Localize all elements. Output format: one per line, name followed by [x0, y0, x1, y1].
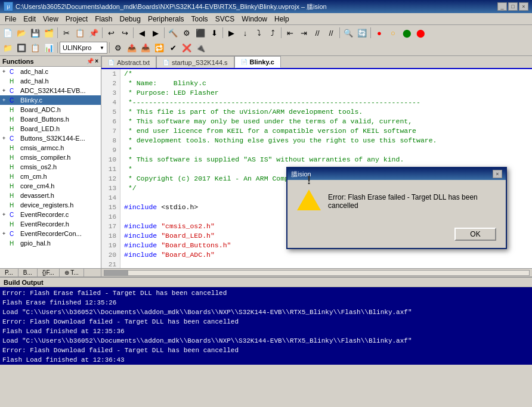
- modal-message: Error: Flash Erase failed - Target DLL h…: [328, 193, 496, 210]
- modal-ok-button[interactable]: OK: [454, 228, 496, 241]
- modal-footer: OK: [287, 223, 506, 248]
- warning-icon: !: [297, 189, 321, 213]
- modal-title-bar: 膃ision ×: [287, 168, 506, 180]
- modal-body: ! Error: Flash Erase failed - Target DLL…: [287, 180, 506, 223]
- modal-close-button[interactable]: ×: [493, 170, 502, 178]
- modal-dialog: 膃ision × ! Error: Flash Erase failed - T…: [286, 167, 507, 249]
- warning-triangle: !: [297, 189, 321, 210]
- warning-exclamation: !: [307, 170, 311, 189]
- modal-overlay: 膃ision × ! Error: Flash Erase failed - T…: [0, 0, 532, 365]
